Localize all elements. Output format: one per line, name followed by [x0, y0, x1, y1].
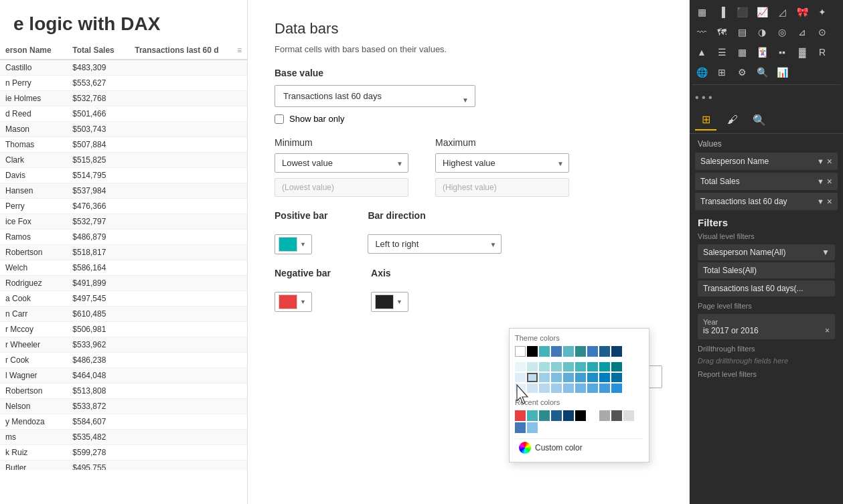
recent-color-cell[interactable] [611, 410, 622, 421]
viz-icon-pie[interactable]: ◑ [753, 23, 771, 41]
shade-color-cell[interactable] [515, 362, 526, 371]
more-dots[interactable]: • • • [690, 89, 843, 106]
theme-color-cell[interactable] [563, 346, 574, 357]
theme-color-cell[interactable] [551, 346, 562, 357]
filter-transactions[interactable]: Transactions last 60 days(... [698, 280, 835, 297]
shade-color-cell[interactable] [587, 362, 598, 371]
viz-icon-column[interactable]: ⬛ [733, 3, 751, 21]
viz-icon-gauge[interactable]: ⊙ [813, 23, 832, 41]
field-total-sales-dropdown[interactable]: ▼ [817, 177, 824, 185]
theme-color-cell[interactable] [527, 346, 538, 357]
shade-color-cell[interactable] [551, 384, 562, 393]
filter-total-sales[interactable]: Total Sales(All) [698, 262, 835, 278]
custom-color-btn[interactable]: Custom color [515, 438, 643, 456]
viz-icon-map[interactable]: 🗺 [712, 23, 731, 41]
viz-icon-bar[interactable]: ▐ [712, 3, 731, 21]
viz-icon-treemap[interactable]: ▤ [733, 23, 751, 41]
tab-analytics[interactable]: 🔍 [749, 109, 770, 131]
theme-color-cell[interactable] [611, 346, 622, 357]
viz-icon-r[interactable]: R [813, 43, 832, 62]
positive-bar-color-btn[interactable]: ▼ [275, 234, 312, 254]
shade-color-cell[interactable] [587, 384, 598, 393]
viz-icon-matrix[interactable]: ▦ [733, 43, 751, 62]
recent-color-cell[interactable] [527, 410, 538, 421]
max-type-select[interactable]: Highest value [435, 153, 569, 173]
shade-color-cell[interactable] [551, 373, 562, 382]
axis-color-btn[interactable]: ▼ [371, 292, 408, 312]
shade-color-cell[interactable] [575, 362, 586, 371]
recent-color-cell[interactable] [539, 410, 550, 421]
field-transactions-dropdown[interactable]: ▼ [817, 197, 824, 205]
shade-color-cell[interactable] [527, 384, 538, 393]
filter-salesperson[interactable]: Salesperson Name(All) ▼ [698, 244, 835, 260]
recent-color-cell[interactable] [515, 410, 526, 421]
shade-color-cell[interactable] [527, 373, 538, 382]
viz-icon-kpi[interactable]: ▲ [692, 43, 711, 62]
recent-color-cell[interactable] [527, 422, 538, 433]
viz-icon-waterfall[interactable]: ▓ [793, 43, 812, 62]
shade-color-cell[interactable] [551, 362, 562, 371]
shade-color-cell[interactable] [539, 384, 550, 393]
shade-color-cell[interactable] [587, 373, 598, 382]
viz-icon-scatter[interactable]: ✦ [813, 3, 832, 21]
theme-color-cell[interactable] [539, 346, 550, 357]
viz-icon-donut[interactable]: ◎ [773, 23, 791, 41]
viz-icon-custom2[interactable]: 🔍 [753, 63, 771, 82]
shade-color-cell[interactable] [527, 362, 538, 371]
year-filter-x[interactable]: × [825, 326, 830, 335]
field-transactions-remove[interactable]: × [827, 196, 832, 207]
viz-icon-decomp[interactable]: ⊞ [712, 63, 731, 82]
cell-sales: $503,743 [67, 122, 129, 137]
min-type-select[interactable]: Lowest value [275, 153, 408, 173]
bar-direction-select[interactable]: Left to right [368, 234, 502, 254]
col-menu-icon[interactable]: ≡ [237, 46, 242, 55]
show-bar-only-checkbox[interactable] [275, 114, 284, 124]
shade-color-cell[interactable] [611, 373, 622, 382]
viz-icon-line[interactable]: 📈 [753, 3, 771, 21]
viz-icon-custom3[interactable]: 📊 [773, 63, 791, 82]
recent-color-cell[interactable] [599, 410, 610, 421]
viz-icon-table[interactable]: ▦ [692, 3, 711, 21]
field-salesperson-remove[interactable]: × [827, 156, 832, 167]
shade-color-cell[interactable] [563, 362, 574, 371]
viz-icon-card[interactable]: 🃏 [753, 43, 771, 62]
shade-color-cell[interactable] [515, 373, 526, 382]
shade-color-cell[interactable] [599, 362, 610, 371]
base-value-select[interactable]: Transactions last 60 days [275, 85, 475, 107]
theme-color-cell[interactable] [515, 346, 526, 357]
shade-color-cell[interactable] [563, 384, 574, 393]
theme-color-cell[interactable] [599, 346, 610, 357]
viz-icon-slicer[interactable]: ☰ [712, 43, 731, 62]
tab-format[interactable]: 🖌 [722, 109, 743, 131]
shade-color-cell[interactable] [539, 362, 550, 371]
recent-color-cell[interactable] [587, 410, 598, 421]
shade-color-cell[interactable] [575, 384, 586, 393]
negative-bar-color-btn[interactable]: ▼ [275, 292, 312, 312]
viz-icon-custom1[interactable]: ⚙ [733, 63, 751, 82]
viz-icon-ribbon[interactable]: 🎀 [793, 3, 812, 21]
shade-color-cell[interactable] [575, 373, 586, 382]
theme-color-cell[interactable] [575, 346, 586, 357]
shade-color-cell[interactable] [539, 373, 550, 382]
viz-icon-multicard[interactable]: ▪▪ [773, 43, 791, 62]
recent-color-cell[interactable] [563, 410, 574, 421]
shade-color-cell[interactable] [611, 384, 622, 393]
viz-icon-globe[interactable]: 🌐 [692, 63, 711, 82]
shade-color-cell[interactable] [599, 384, 610, 393]
field-salesperson-dropdown[interactable]: ▼ [817, 157, 824, 165]
year-filter[interactable]: Year is 2017 or 2016 × [698, 314, 835, 339]
tab-fields[interactable]: ⊞ [695, 109, 716, 131]
recent-color-cell[interactable] [575, 410, 586, 421]
field-total-sales-remove[interactable]: × [827, 176, 832, 187]
shade-color-cell[interactable] [611, 362, 622, 371]
viz-icon-area[interactable]: ◿ [773, 3, 791, 21]
theme-color-cell[interactable] [587, 346, 598, 357]
viz-icon-line2[interactable]: 〰 [692, 23, 711, 41]
recent-color-cell[interactable] [623, 410, 634, 421]
viz-icon-funnel[interactable]: ⊿ [793, 23, 812, 41]
recent-color-cell[interactable] [515, 422, 526, 433]
shade-color-cell[interactable] [515, 384, 526, 393]
shade-color-cell[interactable] [563, 373, 574, 382]
shade-color-cell[interactable] [599, 373, 610, 382]
recent-color-cell[interactable] [551, 410, 562, 421]
